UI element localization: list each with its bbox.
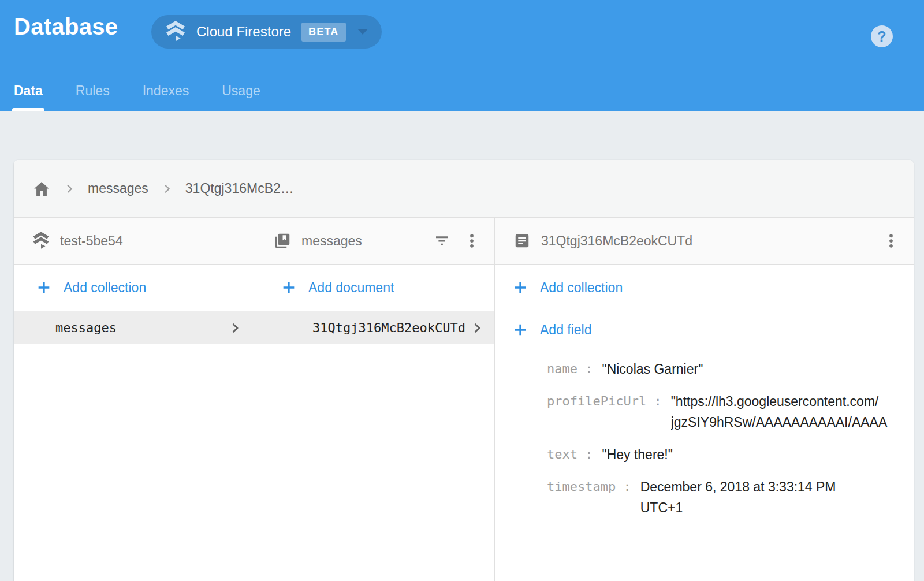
panel-database-root: test-5be54 Add collection messages [14, 218, 255, 581]
help-button[interactable]: ? [871, 25, 893, 47]
field-value-line: "Nicolas Garnier" [602, 359, 914, 379]
collection-icon [274, 232, 291, 249]
field-value-line: December 6, 2018 at 3:33:14 PM [640, 476, 914, 497]
tab-data[interactable]: Data [14, 70, 43, 111]
collection-name: messages [55, 321, 228, 335]
document-id: 31Qtgj316McB2eokCUTd [312, 321, 465, 335]
field-row-timestamp[interactable]: timestamp December 6, 2018 at 3:33:14 PM… [547, 476, 914, 518]
database-name: test-5be54 [60, 233, 241, 249]
collection-list-item[interactable]: messages [14, 311, 255, 344]
field-value-line: "https://lh3.googleusercontent.com/ [671, 391, 914, 412]
root-panel-header: test-5be54 [14, 218, 255, 265]
product-name: Cloud Firestore [196, 24, 291, 40]
chevron-right-icon [470, 321, 484, 335]
collection-title: messages [301, 233, 420, 249]
panel-collection: messages Add document 31Qtgj316McB2eokCU… [255, 218, 495, 581]
chevron-right-icon [64, 183, 75, 195]
field-key: name [547, 359, 593, 379]
field-value: "https://lh3.googleusercontent.com/ jgzS… [671, 391, 914, 433]
plus-icon [512, 322, 528, 338]
tab-rules[interactable]: Rules [76, 70, 110, 111]
field-list: name "Nicolas Garnier" profilePicUrl "ht… [495, 348, 914, 581]
document-title: 31Qtgj316McB2eokCUTd [541, 233, 870, 249]
field-value-line: "Hey there!" [602, 444, 914, 465]
home-icon[interactable] [32, 180, 51, 198]
add-subcollection-button[interactable]: Add collection [495, 265, 914, 311]
tab-bar: Data Rules Indexes Usage [14, 70, 293, 111]
add-document-label: Add document [308, 280, 394, 296]
add-subcollection-label: Add collection [540, 280, 623, 296]
chevron-right-icon [161, 183, 173, 195]
field-value: December 6, 2018 at 3:33:14 PM UTC+1 [640, 476, 914, 518]
chevron-down-icon [357, 29, 368, 35]
product-selector-dropdown[interactable]: Cloud Firestore BETA [151, 15, 382, 49]
field-row-name[interactable]: name "Nicolas Garnier" [547, 359, 914, 379]
breadcrumb-collection[interactable]: messages [88, 181, 148, 196]
field-row-profilePicUrl[interactable]: profilePicUrl "https://lh3.googleusercon… [547, 391, 914, 433]
document-panel-header: 31Qtgj316McB2eokCUTd [495, 218, 914, 265]
field-value-line: UTC+1 [640, 497, 914, 518]
add-collection-label: Add collection [64, 280, 146, 296]
tab-usage[interactable]: Usage [222, 70, 260, 111]
plus-icon [36, 280, 52, 296]
question-mark-icon: ? [877, 28, 886, 45]
panel-document: 31Qtgj316McB2eokCUTd Add collection Add … [495, 218, 914, 581]
add-document-button[interactable]: Add document [255, 265, 494, 311]
document-list-item[interactable]: 31Qtgj316McB2eokCUTd [255, 311, 494, 344]
breadcrumb: messages 31Qtgj316McB2… [14, 160, 914, 218]
field-value: "Nicolas Garnier" [602, 359, 914, 379]
more-vert-icon[interactable] [463, 232, 480, 249]
field-value-line: jgzSIY9hRSw/AAAAAAAAAAI/AAAA [671, 412, 914, 433]
field-key: timestamp [547, 476, 631, 497]
firestore-icon [32, 232, 50, 249]
firestore-data-card: messages 31Qtgj316McB2… test-5be54 Add c… [14, 160, 914, 581]
tab-indexes[interactable]: Indexes [143, 70, 189, 111]
field-value: "Hey there!" [602, 444, 914, 465]
beta-badge: BETA [301, 23, 345, 42]
add-field-label: Add field [540, 322, 592, 338]
document-icon [513, 232, 531, 249]
firestore-icon [165, 21, 186, 42]
more-vert-icon[interactable] [882, 232, 900, 249]
field-key: profilePicUrl [547, 391, 662, 412]
chevron-right-icon [228, 321, 242, 335]
field-key: text [547, 444, 593, 465]
plus-icon [281, 280, 297, 296]
filter-icon[interactable] [433, 232, 450, 249]
app-header: Database Cloud Firestore BETA ? Data Rul… [0, 0, 924, 111]
plus-icon [512, 280, 528, 296]
field-row-text[interactable]: text "Hey there!" [547, 444, 914, 465]
collection-panel-header: messages [255, 218, 494, 265]
page-title: Database [14, 14, 118, 40]
panel-columns: test-5be54 Add collection messages [14, 218, 914, 581]
add-collection-button[interactable]: Add collection [14, 265, 255, 311]
breadcrumb-document[interactable]: 31Qtgj316McB2… [185, 181, 294, 196]
add-field-button[interactable]: Add field [495, 311, 914, 348]
